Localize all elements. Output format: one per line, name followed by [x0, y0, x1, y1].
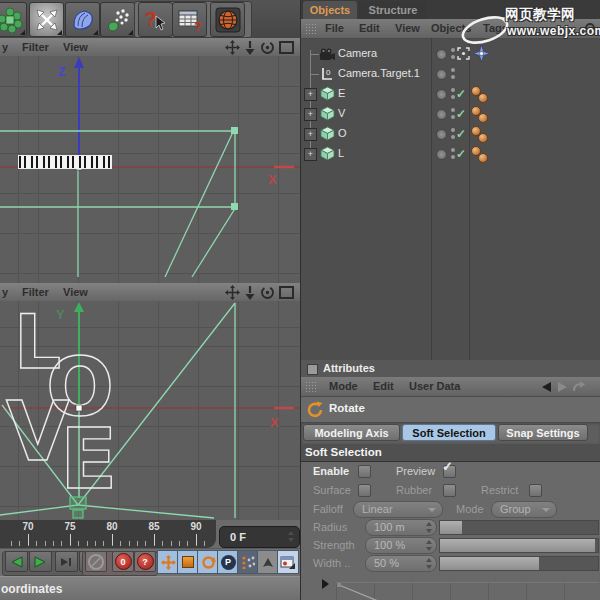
coordinates-panel-header[interactable]: oordinates — [0, 576, 300, 600]
tree-row-v[interactable]: + V ✓ — [301, 104, 600, 124]
next-frame-button[interactable] — [55, 551, 78, 572]
render-visibility-dot[interactable] — [451, 55, 455, 59]
tab-objects[interactable]: Objects — [303, 1, 357, 19]
frame-stepper[interactable] — [287, 531, 294, 542]
expand-toggle[interactable]: + — [304, 128, 317, 141]
timeline-ruler-strip[interactable]: 70 75 80 85 90 — [0, 520, 216, 548]
menu-edit[interactable]: Edit — [373, 377, 394, 396]
render-visibility-dot[interactable] — [451, 115, 455, 119]
menu-item-display[interactable]: y — [2, 38, 8, 56]
tree-row-camera[interactable]: Camera — [301, 44, 600, 64]
menu-file[interactable]: File — [325, 19, 344, 38]
menu-item-filter[interactable]: Filter — [22, 38, 49, 56]
online-help-button[interactable] — [210, 2, 245, 37]
radius-slider[interactable] — [439, 520, 599, 535]
tab-snap-settings[interactable]: Snap Settings — [498, 424, 588, 441]
tree-row-l[interactable]: + L ✓ — [301, 144, 600, 164]
panel-drag-handle[interactable] — [305, 23, 316, 34]
rotate-view-icon[interactable] — [260, 285, 275, 300]
width-field[interactable]: 50 % — [365, 555, 437, 572]
record-position-toggle[interactable] — [157, 550, 179, 574]
maximize-arrows-tool-button[interactable] — [29, 2, 64, 37]
radius-field[interactable]: 100 m — [365, 519, 437, 536]
menu-mode[interactable]: Mode — [329, 377, 358, 396]
panel-drag-handle[interactable] — [305, 381, 316, 392]
menu-item-view[interactable]: View — [63, 283, 88, 301]
tree-row-camera-target[interactable]: 0 Camera.Target.1 — [301, 64, 600, 84]
record-scale-toggle[interactable] — [177, 550, 199, 574]
visibility-dot[interactable] — [436, 129, 447, 140]
falloff-curve-graph[interactable] — [336, 582, 599, 600]
command-manager-help-button[interactable]: ? — [172, 2, 207, 37]
record-parameter-toggle[interactable]: P — [217, 550, 239, 574]
enabled-checkmark[interactable]: ✓ — [456, 107, 466, 121]
viewport-front-canvas[interactable]: L O V E Y X — [0, 301, 300, 520]
attributes-titlebar[interactable]: Attributes — [301, 360, 600, 378]
visibility-dot[interactable] — [436, 89, 447, 100]
menu-item-display[interactable]: y — [2, 283, 8, 301]
search-icon[interactable] — [584, 22, 599, 37]
menu-user-data[interactable]: User Data — [409, 377, 460, 396]
menu-edit[interactable]: Edit — [359, 19, 380, 38]
record-rotation-toggle[interactable] — [197, 550, 219, 574]
spray-tool-button[interactable] — [100, 2, 135, 37]
zoom-view-icon[interactable] — [244, 40, 256, 55]
play-forward-button[interactable] — [29, 551, 52, 572]
zoom-view-icon[interactable] — [244, 285, 256, 300]
target-expression-tag-icon[interactable] — [473, 45, 490, 62]
visibility-dot[interactable] — [436, 109, 447, 120]
shell-tool-button[interactable] — [65, 2, 100, 37]
keyframe-selection-toggle[interactable] — [257, 550, 279, 574]
render-visibility-dot[interactable] — [451, 95, 455, 99]
pan-view-icon[interactable] — [225, 40, 240, 55]
pan-view-icon[interactable] — [225, 285, 240, 300]
falloff-dropdown[interactable]: Linear — [353, 501, 443, 518]
mode-dropdown[interactable]: Group — [491, 501, 557, 518]
record-pla-toggle[interactable] — [237, 550, 259, 574]
width-slider[interactable] — [439, 556, 599, 571]
enabled-checkmark[interactable]: ✓ — [456, 87, 466, 101]
tree-row-e[interactable]: + E ✓ — [301, 84, 600, 104]
curve-expand-arrow[interactable] — [322, 579, 329, 589]
tab-structure[interactable]: Structure — [359, 1, 427, 19]
menu-view[interactable]: View — [395, 19, 420, 38]
render-target-icon[interactable] — [457, 47, 470, 60]
viewport-top-canvas[interactable]: Z X — [0, 56, 300, 283]
editor-visibility-dot[interactable] — [451, 88, 455, 92]
render-visibility-dot[interactable] — [451, 75, 455, 79]
strength-slider[interactable] — [439, 538, 599, 553]
tab-modeling-axis[interactable]: Modeling Axis — [303, 424, 400, 441]
history-jump-icon[interactable] — [572, 381, 586, 393]
tag-dot[interactable] — [478, 113, 488, 123]
ir-region-toggle[interactable] — [277, 550, 299, 574]
love-text-top-view[interactable] — [18, 155, 112, 169]
menu-tags[interactable]: Tags — [483, 19, 508, 38]
radius-stepper[interactable] — [425, 522, 432, 533]
rotate-view-icon[interactable] — [260, 40, 275, 55]
history-forward-icon[interactable] — [557, 381, 568, 393]
expand-toggle[interactable]: + — [304, 108, 317, 121]
menu-objects[interactable]: Objects — [431, 19, 471, 38]
restrict-checkbox[interactable] — [529, 484, 542, 497]
visibility-dot[interactable] — [436, 149, 447, 160]
enable-checkbox[interactable] — [358, 465, 371, 478]
strength-stepper[interactable] — [425, 540, 432, 551]
toggle-view-icon[interactable] — [279, 41, 294, 54]
record-inactive-button[interactable] — [85, 551, 107, 572]
tab-soft-selection[interactable]: Soft Selection — [402, 424, 496, 441]
menu-item-filter[interactable]: Filter — [22, 283, 49, 301]
render-visibility-dot[interactable] — [451, 135, 455, 139]
tag-dot[interactable] — [478, 153, 488, 163]
timeline-ruler-ticks[interactable] — [6, 534, 210, 546]
toggle-view-icon[interactable] — [279, 286, 294, 299]
autokey-button[interactable]: ? — [134, 551, 156, 572]
width-stepper[interactable] — [425, 558, 432, 569]
editor-visibility-dot[interactable] — [451, 68, 455, 72]
surface-checkbox[interactable] — [358, 484, 371, 497]
history-back-icon[interactable] — [541, 381, 552, 393]
array-tool-button[interactable] — [0, 2, 27, 37]
strength-field[interactable]: 100 % — [365, 537, 437, 554]
tree-row-o[interactable]: + O ✓ — [301, 124, 600, 144]
tag-dot[interactable] — [478, 133, 488, 143]
previous-frame-button[interactable] — [5, 551, 28, 572]
